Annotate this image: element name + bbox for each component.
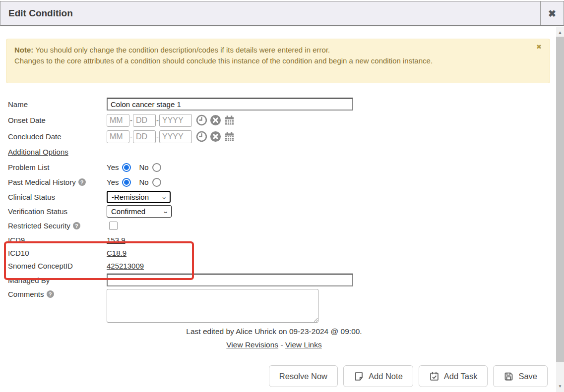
concluded-year-input[interactable] (159, 130, 192, 143)
past-medical-history-row: Past Medical History? Yes No (0, 176, 556, 188)
calendar-check-icon (429, 371, 439, 382)
onset-year-input[interactable] (159, 114, 192, 127)
managed-by-label: Managed By (8, 276, 107, 284)
concluded-date-label: Concluded Date (8, 132, 107, 141)
close-button[interactable]: ✖ (540, 1, 564, 25)
past-medical-history-label: Past Medical History (8, 178, 76, 186)
action-buttons: Resolve Now Add Note Add Task Save (0, 365, 556, 387)
save-icon (503, 371, 514, 382)
edit-condition-dialog: Edit Condition ✖ Note: You should only c… (0, 0, 564, 392)
problem-list-label: Problem List (8, 163, 107, 171)
add-note-button[interactable]: Add Note (343, 365, 413, 387)
links-separator: - (280, 340, 283, 349)
icd10-code-link[interactable]: C18.9 (107, 249, 126, 257)
dialog-body: Note: You should only change the conditi… (0, 26, 556, 392)
clear-date-icon[interactable] (210, 114, 221, 126)
managed-by-input[interactable] (107, 274, 353, 286)
date-separator: - (130, 116, 132, 124)
problem-list-yes-radio[interactable] (122, 163, 131, 172)
name-input[interactable] (107, 98, 353, 111)
comments-row: Comments? (0, 289, 556, 323)
clinical-status-select[interactable]: -Remission ⌄ (107, 191, 171, 203)
verification-status-label: Verification Status (8, 207, 107, 216)
add-task-label: Add Task (444, 372, 478, 381)
additional-options-row: Additional Options (0, 147, 556, 157)
managed-by-row: Managed By (0, 274, 556, 286)
clinical-status-row: Clinical Status -Remission ⌄ (0, 190, 556, 203)
clock-icon[interactable] (196, 131, 207, 142)
comments-textarea[interactable] (107, 289, 318, 323)
clinical-status-label: Clinical Status (8, 193, 107, 201)
note-label: Note: (14, 46, 33, 54)
verification-status-select[interactable]: Confirmed ⌄ (107, 205, 172, 218)
concluded-day-input[interactable] (133, 130, 156, 143)
note-line1: You should only change the condition des… (35, 46, 330, 54)
icd9-row: ICD9 153.9 (0, 235, 556, 245)
verification-status-value: Confirmed (111, 207, 145, 216)
date-separator: - (130, 132, 132, 141)
view-revisions-link[interactable]: View Revisions (226, 340, 278, 349)
snomed-code-link[interactable]: 425213009 (107, 262, 144, 270)
icd9-label: ICD9 (8, 236, 107, 244)
last-edited-text: Last edited by Alice Uhrick on 09-23-202… (0, 327, 548, 337)
concluded-month-input[interactable] (107, 130, 129, 143)
scroll-up-icon[interactable]: ▲ (556, 28, 564, 36)
name-label: Name (8, 100, 107, 109)
warning-note-banner: Note: You should only change the conditi… (6, 39, 550, 83)
clear-date-icon[interactable] (210, 131, 221, 142)
problem-list-no-radio[interactable] (152, 163, 161, 172)
scroll-down-icon[interactable]: ▼ (556, 382, 564, 390)
scrollbar-thumb[interactable] (556, 37, 564, 362)
add-note-label: Add Note (369, 372, 403, 381)
no-label: No (139, 163, 148, 171)
chevron-down-icon: ⌄ (161, 194, 167, 200)
note-icon (354, 371, 364, 382)
help-icon[interactable]: ? (73, 222, 80, 229)
onset-date-label: Onset Date (8, 116, 107, 124)
problem-list-row: Problem List Yes No (0, 161, 556, 173)
date-separator: - (156, 132, 159, 141)
concluded-date-row: Concluded Date - - (0, 130, 556, 143)
help-icon[interactable]: ? (78, 178, 86, 186)
note-text: Note: You should only change the conditi… (14, 46, 433, 65)
restricted-security-row: Restricted Security? (0, 220, 556, 232)
chevron-down-icon: ⌄ (162, 208, 169, 215)
dismiss-note-icon[interactable]: ✖ (536, 44, 542, 50)
snomed-row: Snomed ConceptID 425213009 (0, 261, 556, 271)
name-row: Name (0, 98, 556, 111)
no-label: No (139, 178, 148, 186)
restricted-security-checkbox[interactable] (109, 222, 118, 230)
calendar-icon[interactable] (224, 114, 235, 126)
clinical-status-value: -Remission (112, 193, 149, 201)
verification-status-row: Verification Status Confirmed ⌄ (0, 205, 556, 218)
past-medical-history-yes-radio[interactable] (122, 178, 131, 187)
snomed-label: Snomed ConceptID (8, 262, 107, 270)
onset-date-row: Onset Date - - (0, 113, 556, 127)
icd10-label: ICD10 (8, 249, 107, 257)
icd10-row: ICD10 C18.9 (0, 248, 556, 258)
vertical-scrollbar[interactable]: ▲ ▼ (556, 27, 564, 392)
date-separator: - (156, 116, 159, 124)
save-button[interactable]: Save (493, 365, 548, 387)
restricted-security-label: Restricted Security (8, 222, 70, 230)
resolve-now-button[interactable]: Resolve Now (269, 365, 338, 387)
revision-links: View Revisions - View Links (0, 340, 548, 351)
view-links-link[interactable]: View Links (285, 340, 322, 349)
yes-label: Yes (107, 178, 119, 186)
clock-icon[interactable] (196, 114, 207, 126)
resolve-now-label: Resolve Now (279, 372, 327, 381)
onset-month-input[interactable] (107, 114, 129, 127)
condition-form: Name Onset Date - - Concluded Date (0, 98, 556, 387)
yes-label: Yes (107, 163, 119, 171)
additional-options-link[interactable]: Additional Options (8, 148, 68, 156)
close-icon: ✖ (548, 9, 556, 18)
note-line2: Changes to the core attributes of a cond… (14, 56, 433, 65)
page-title: Edit Condition (0, 8, 540, 19)
onset-day-input[interactable] (133, 114, 156, 127)
add-task-button[interactable]: Add Task (419, 365, 488, 387)
help-icon[interactable]: ? (47, 290, 54, 298)
calendar-icon[interactable] (224, 131, 235, 142)
save-label: Save (518, 372, 537, 381)
icd9-code-link[interactable]: 153.9 (107, 236, 125, 244)
past-medical-history-no-radio[interactable] (152, 178, 161, 187)
